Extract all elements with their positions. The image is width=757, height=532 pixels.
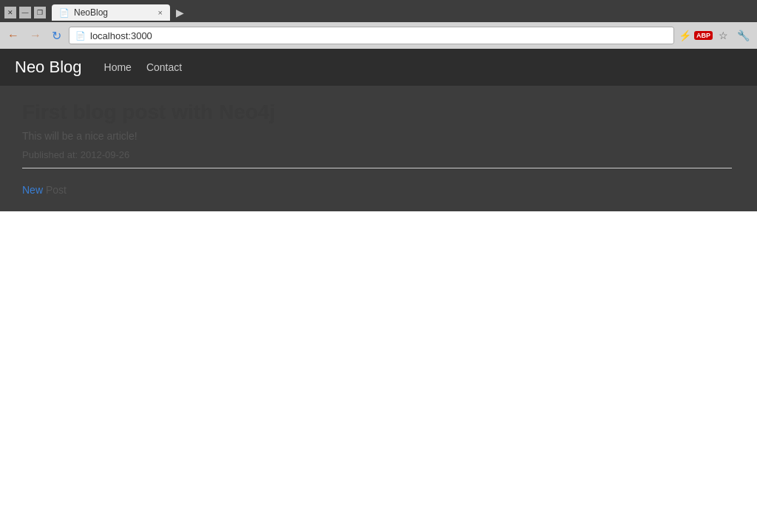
window-close-button[interactable]: ✕ xyxy=(4,7,16,18)
new-post-post-text: Post xyxy=(43,184,67,196)
new-tab-icon: ▶ xyxy=(176,7,184,18)
browser-tab[interactable]: 📄 NeoBlog × xyxy=(52,4,170,21)
bookmark-icon: ☆ xyxy=(719,30,728,41)
url-display: localhost:3000 xyxy=(90,30,668,41)
abp-badge[interactable]: ABP xyxy=(694,31,713,40)
forward-button[interactable]: → xyxy=(27,27,44,44)
bookmark-button[interactable]: ☆ xyxy=(716,28,731,43)
settings-button[interactable]: 🔧 xyxy=(734,28,753,43)
published-date: 2012-09-26 xyxy=(81,149,130,160)
toolbar-right-buttons: ⚡ ABP ☆ 🔧 xyxy=(679,28,753,43)
close-icon: ✕ xyxy=(7,9,13,16)
nav-links: Home Contact xyxy=(104,61,183,73)
published-label: Published at: xyxy=(22,149,78,160)
reload-button[interactable]: ↻ xyxy=(49,27,64,44)
app-navbar: Neo Blog Home Contact xyxy=(0,49,757,86)
address-page-icon: 📄 xyxy=(75,31,86,41)
address-bar[interactable]: 📄 localhost:3000 xyxy=(69,27,674,44)
back-arrow-icon: ← xyxy=(7,29,19,41)
minimize-icon: — xyxy=(22,9,29,16)
settings-icon: 🔧 xyxy=(737,30,750,41)
new-tab-button[interactable]: ▶ xyxy=(170,5,190,20)
post-excerpt: This will be a nice article! xyxy=(22,130,717,142)
new-post-link[interactable]: New Post xyxy=(22,184,67,196)
post-divider xyxy=(22,168,732,168)
reload-icon: ↻ xyxy=(52,30,61,42)
window-minimize-button[interactable]: — xyxy=(19,7,31,18)
post-title: First blog post with Neo4j xyxy=(22,100,717,124)
post-meta: Published at: 2012-09-26 xyxy=(22,149,717,160)
window-maximize-button[interactable]: ❐ xyxy=(34,7,46,18)
lightning-icon[interactable]: ⚡ xyxy=(679,30,691,41)
browser-toolbar: ← → ↻ 📄 localhost:3000 ⚡ ABP ☆ 🔧 xyxy=(0,22,757,49)
brand-link[interactable]: Neo Blog xyxy=(15,58,82,77)
nav-link-home[interactable]: Home xyxy=(104,61,132,73)
tab-close-button[interactable]: × xyxy=(158,8,163,17)
back-button[interactable]: ← xyxy=(4,27,22,44)
nav-link-contact[interactable]: Contact xyxy=(146,61,182,73)
forward-arrow-icon: → xyxy=(30,29,41,41)
tab-favicon: 📄 xyxy=(59,8,69,18)
new-post-new-text: New xyxy=(22,184,43,196)
main-content: First blog post with Neo4j This will be … xyxy=(0,86,739,211)
maximize-icon: ❐ xyxy=(37,9,43,16)
tab-title: NeoBlog xyxy=(74,7,108,18)
